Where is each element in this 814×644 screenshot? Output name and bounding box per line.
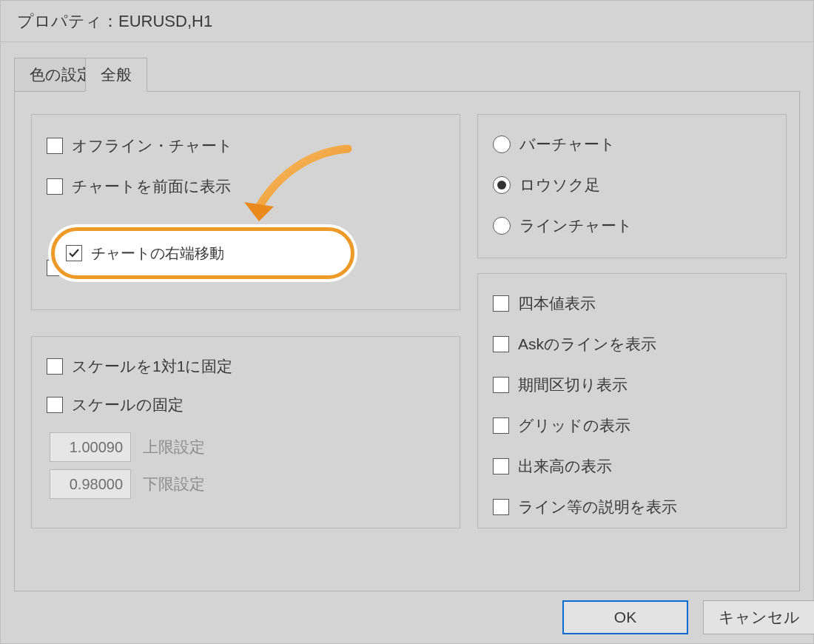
group-scale: スケールを1対1に固定 スケールの固定 1.00090 上限設定 0.98000… [31,336,460,529]
label-scale-1to1: スケールを1対1に固定 [72,356,232,377]
label-show-descriptions: ライン等の説明を表示 [518,497,677,517]
label-line-chart: ラインチャート [519,215,633,236]
tab-general[interactable]: 全般 [85,58,147,92]
checkbox-scale-1to1[interactable] [47,358,63,375]
input-upper-limit[interactable]: 1.00090 [50,432,131,462]
ok-button-label: OK [614,608,636,626]
radio-line-chart[interactable] [493,217,511,235]
label-bar-chart: バーチャート [519,134,616,155]
dialog-title-text: プロパティ：EURUSD,H1 [17,10,212,33]
label-show-ask-line: Askのラインを表示 [518,334,656,355]
label-scale-fix: スケールの固定 [72,395,184,415]
tab-strip: 色の設定 全般 [14,57,800,91]
label-show-ohlc: 四本値表示 [518,293,596,314]
cancel-button-label: キャンセル [719,607,800,628]
checkbox-chart-shift[interactable] [66,245,82,261]
checkbox-chart-on-foreground[interactable] [47,178,63,195]
input-upper-limit-value: 1.00090 [70,439,123,456]
label-show-volume: 出来高の表示 [518,456,612,477]
tab-general-label: 全般 [101,64,132,85]
cancel-button[interactable]: キャンセル [703,600,814,634]
properties-dialog: プロパティ：EURUSD,H1 色の設定 全般 オフライン・チャート チャートを… [0,0,814,644]
ok-button[interactable]: OK [562,600,688,634]
tab-panel-general: オフライン・チャート チャートを前面に表示 チャートの右端移動 [14,91,800,591]
tab-colors-label: 色の設定 [30,64,92,85]
radio-candlestick[interactable] [493,176,511,194]
input-lower-limit-value: 0.98000 [70,476,123,493]
checkbox-show-volume[interactable] [493,458,509,474]
checkbox-offline-chart[interactable] [47,138,63,154]
input-lower-limit[interactable]: 0.98000 [50,469,131,499]
checkbox-show-ohlc[interactable] [493,295,509,312]
label-candlestick: ロウソク足 [519,175,600,195]
label-lower-limit: 下限設定 [143,474,205,494]
label-show-grid: グリッドの表示 [518,415,630,436]
checkbox-show-ask-line[interactable] [493,336,509,352]
label-chart-shift: チャートの右端移動 [91,244,224,264]
group-chart-type: バーチャート ロウソク足 ラインチャート [477,114,787,258]
checkbox-show-grid[interactable] [493,417,509,434]
label-upper-limit: 上限設定 [143,437,205,457]
label-show-period-sep: 期間区切り表示 [518,375,628,395]
checkbox-scale-fix[interactable] [47,397,63,413]
label-offline-chart: オフライン・チャート [72,135,233,156]
dialog-title: プロパティ：EURUSD,H1 [1,1,813,42]
checkbox-show-period-sep[interactable] [493,377,509,393]
group-chart-options: オフライン・チャート チャートを前面に表示 チャートの右端移動 [31,114,460,310]
radio-bar-chart[interactable] [493,135,511,153]
group-show-options: 四本値表示 Askのラインを表示 期間区切り表示 グリッドの表示 出来高の表示 … [477,273,787,529]
checkbox-show-descriptions[interactable] [493,499,509,515]
label-chart-on-foreground: チャートを前面に表示 [72,176,231,197]
button-bar: OK キャンセル [1,591,813,643]
